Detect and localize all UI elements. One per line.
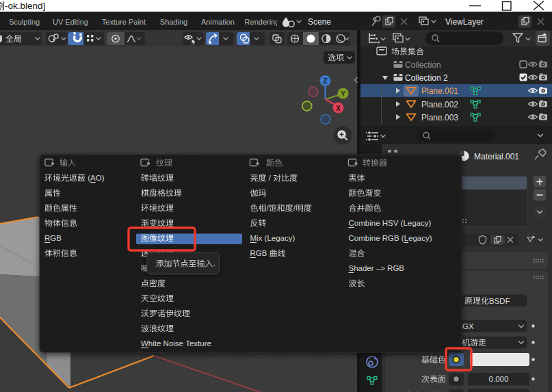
svg-text:White Noise Texture: White Noise Texture: [141, 339, 211, 348]
svg-text:Z: Z: [323, 77, 327, 85]
svg-text:Material.001: Material.001: [474, 152, 519, 161]
svg-text:Texture Paint: Texture Paint: [102, 18, 146, 26]
svg-text:BSDF: BSDF: [489, 297, 510, 305]
svg-text:-ok.blend]: -ok.blend]: [5, 1, 45, 11]
svg-text:RGB: RGB: [44, 234, 62, 242]
svg-text:UV Editing: UV Editing: [53, 18, 88, 26]
svg-text:Combine HSV (Legacy): Combine HSV (Legacy): [349, 219, 432, 227]
svg-text:Plane.003: Plane.003: [421, 113, 458, 122]
svg-text:Plane.002: Plane.002: [421, 100, 458, 109]
svg-text:Shading: Shading: [160, 18, 187, 26]
svg-text:(AO): (AO): [86, 174, 105, 182]
svg-text:Mix (Legacy): Mix (Legacy): [250, 234, 295, 242]
svg-text:RGB: RGB: [250, 249, 270, 257]
svg-text:Sculpting: Sculpting: [9, 18, 40, 26]
svg-text:Shader –> RGB: Shader –> RGB: [349, 264, 405, 272]
svg-text:ViewLayer: ViewLayer: [445, 17, 484, 27]
svg-text:Collection 2: Collection 2: [405, 73, 448, 83]
svg-text:Combine RGB (Legacy): Combine RGB (Legacy): [349, 234, 432, 242]
svg-text:Collection: Collection: [405, 60, 441, 70]
svg-text:Y: Y: [341, 90, 345, 98]
svg-text:/: /: [267, 174, 274, 182]
svg-text:X: X: [336, 105, 341, 112]
svg-text:.: .: [213, 259, 215, 268]
svg-text:Animation: Animation: [201, 18, 235, 26]
svg-text:Rendering: Rendering: [245, 18, 280, 26]
svg-text:0.000: 0.000: [489, 375, 509, 383]
svg-text:Scene: Scene: [308, 17, 331, 27]
svg-text:Plane.001: Plane.001: [421, 86, 458, 96]
